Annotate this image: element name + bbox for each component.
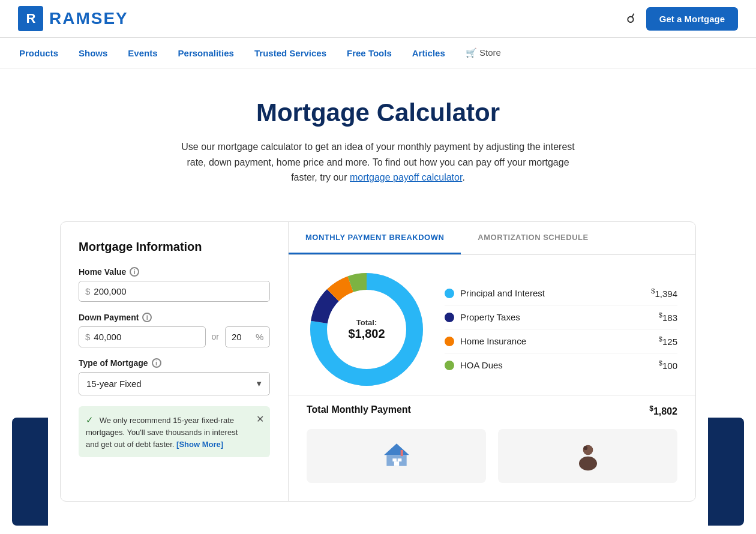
mortgage-type-select-wrapper: 15-year Fixed 30-year Fixed 10-year Fixe… bbox=[79, 372, 270, 395]
sidebar-item-events[interactable]: Events bbox=[127, 38, 158, 68]
svg-point-12 bbox=[579, 457, 597, 470]
principal-dot bbox=[445, 289, 454, 298]
mortgage-type-info-icon[interactable]: i bbox=[152, 358, 161, 368]
home-value-currency: $ bbox=[85, 286, 90, 296]
logo-area: R RAMSEY bbox=[18, 6, 128, 31]
legend-item-hoa: HOA Dues $100 bbox=[445, 353, 677, 377]
tab-monthly-payment[interactable]: MONTHLY PAYMENT BREAKDOWN bbox=[289, 222, 461, 254]
donut-label: Total: $1,802 bbox=[348, 318, 385, 341]
hero-description: Use our mortgage calculator to get an id… bbox=[174, 139, 582, 185]
legend-item-insurance: Home Insurance $125 bbox=[445, 329, 677, 353]
svg-rect-9 bbox=[394, 461, 398, 466]
close-icon[interactable]: ✕ bbox=[256, 412, 264, 427]
house-card bbox=[307, 429, 486, 483]
total-monthly-label: Total Monthly Payment bbox=[307, 404, 411, 417]
legend-left-hoa: HOA Dues bbox=[445, 360, 503, 370]
insurance-label: Home Insurance bbox=[460, 336, 526, 346]
notice-box: ✓ We only recommend 15-year fixed-rate m… bbox=[79, 406, 270, 458]
legend-item-taxes: Property Taxes $183 bbox=[445, 305, 677, 329]
home-value-input-wrapper: $ bbox=[79, 281, 270, 302]
payoff-calculator-link[interactable]: mortgage payoff calculator bbox=[350, 172, 462, 182]
agent-icon bbox=[573, 441, 603, 471]
down-payment-input-wrapper: $ bbox=[79, 326, 206, 347]
left-decoration bbox=[12, 418, 48, 526]
sidebar-item-free-tools[interactable]: Free Tools bbox=[346, 38, 393, 68]
mortgage-type-select[interactable]: 15-year Fixed 30-year Fixed 10-year Fixe… bbox=[79, 372, 270, 395]
sidebar-item-personalities[interactable]: Personalities bbox=[177, 38, 235, 68]
down-payment-label: Down Payment i bbox=[79, 313, 270, 322]
or-text: or bbox=[212, 332, 219, 341]
hoa-label: HOA Dues bbox=[460, 360, 503, 370]
legend: Principal and Interest $1,394 Property T… bbox=[445, 281, 677, 377]
breakdown-content: Total: $1,802 Principal and Interest $1,… bbox=[289, 269, 695, 389]
bottom-cards bbox=[289, 417, 695, 483]
taxes-label: Property Taxes bbox=[460, 312, 520, 322]
main-nav: Products Shows Events Personalities Trus… bbox=[0, 38, 756, 68]
hoa-value: $100 bbox=[659, 359, 677, 371]
logo-text: RAMSEY bbox=[49, 9, 128, 28]
mortgage-info-title: Mortgage Information bbox=[79, 240, 270, 254]
tab-amortization[interactable]: AMORTIZATION SCHEDULE bbox=[461, 222, 605, 254]
donut-chart: Total: $1,802 bbox=[307, 269, 427, 389]
sidebar-item-products[interactable]: Products bbox=[18, 38, 59, 68]
hoa-dot bbox=[445, 361, 454, 370]
taxes-value: $183 bbox=[659, 311, 677, 323]
down-payment-currency: $ bbox=[85, 332, 90, 342]
home-value-info-icon[interactable]: i bbox=[130, 267, 139, 277]
svg-rect-7 bbox=[392, 458, 397, 461]
hero-section: Mortgage Calculator Use our mortgage cal… bbox=[0, 68, 756, 203]
sidebar-item-store[interactable]: 🛒 Store bbox=[464, 38, 502, 68]
check-icon: ✓ bbox=[86, 415, 94, 425]
page-title: Mortgage Calculator bbox=[18, 98, 738, 127]
get-mortgage-button[interactable]: Get a Mortgage bbox=[646, 7, 738, 31]
total-monthly-value: $1,802 bbox=[649, 404, 677, 417]
show-more-link[interactable]: [Show More] bbox=[176, 440, 223, 449]
svg-rect-8 bbox=[397, 458, 401, 461]
sidebar-item-articles[interactable]: Articles bbox=[411, 38, 446, 68]
down-payment-percent-input[interactable] bbox=[232, 332, 256, 342]
legend-item-principal: Principal and Interest $1,394 bbox=[445, 281, 677, 305]
down-payment-info-icon[interactable]: i bbox=[142, 313, 152, 322]
insurance-value: $125 bbox=[659, 335, 677, 347]
sidebar-item-shows[interactable]: Shows bbox=[77, 38, 109, 68]
svg-rect-10 bbox=[400, 450, 403, 456]
legend-left-principal: Principal and Interest bbox=[445, 288, 545, 298]
home-value-label: Home Value i bbox=[79, 267, 270, 277]
svg-marker-5 bbox=[384, 443, 409, 455]
agent-card bbox=[498, 429, 677, 483]
principal-label: Principal and Interest bbox=[460, 288, 545, 298]
house-icon bbox=[382, 441, 412, 471]
logo-icon: R bbox=[18, 6, 43, 31]
percent-input-wrapper: % bbox=[225, 326, 270, 347]
header-right: ☌ Get a Mortgage bbox=[626, 7, 738, 31]
mortgage-type-label: Type of Mortgage i bbox=[79, 358, 270, 368]
insurance-dot bbox=[445, 337, 454, 346]
tabs-row: MONTHLY PAYMENT BREAKDOWN AMORTIZATION S… bbox=[289, 222, 695, 255]
breakdown-panel: MONTHLY PAYMENT BREAKDOWN AMORTIZATION S… bbox=[289, 222, 695, 501]
down-payment-row: $ or % bbox=[79, 326, 270, 347]
principal-value: $1,394 bbox=[651, 287, 677, 299]
right-decoration bbox=[708, 418, 744, 526]
down-payment-input[interactable] bbox=[94, 332, 199, 342]
sidebar-item-trusted-services[interactable]: Trusted Services bbox=[253, 38, 328, 68]
taxes-dot bbox=[445, 313, 454, 322]
mortgage-info-panel: Mortgage Information Home Value i $ Down… bbox=[61, 222, 289, 501]
donut-total-amount: $1,802 bbox=[348, 327, 385, 341]
donut-total-text: Total: bbox=[348, 318, 385, 327]
svg-point-13 bbox=[583, 446, 587, 450]
header: R RAMSEY ☌ Get a Mortgage bbox=[0, 0, 756, 38]
legend-left-insurance: Home Insurance bbox=[445, 336, 526, 346]
home-value-input[interactable] bbox=[94, 286, 263, 296]
calculator-section: Mortgage Information Home Value i $ Down… bbox=[60, 221, 696, 502]
search-icon[interactable]: ☌ bbox=[626, 11, 635, 26]
legend-left-taxes: Property Taxes bbox=[445, 312, 520, 322]
total-monthly-row: Total Monthly Payment $1,802 bbox=[289, 395, 695, 417]
percent-symbol: % bbox=[256, 332, 263, 342]
